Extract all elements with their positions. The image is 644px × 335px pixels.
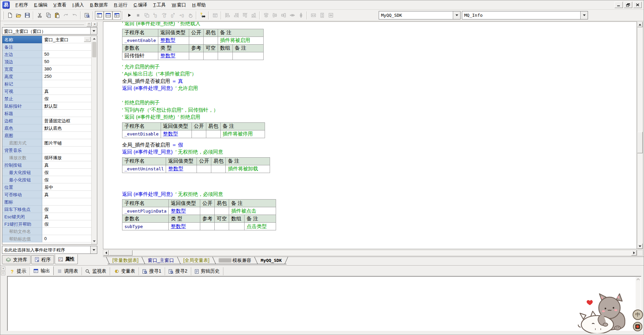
code-line[interactable]: ′ Api.输出日志（“本插件被启用”） xyxy=(122,70,633,77)
code-table-row[interactable]: subType整数型点击类型 xyxy=(122,223,276,230)
scroll-down-icon[interactable] xyxy=(92,238,97,244)
property-value[interactable]: ... xyxy=(42,110,91,117)
editor-tab-globals[interactable]: [全局变量表] xyxy=(179,257,214,264)
code-line[interactable] xyxy=(122,176,633,183)
property-row[interactable]: 帮助文件名 ... xyxy=(2,228,91,235)
property-row[interactable]: 帮助标志值 0... xyxy=(2,235,91,242)
object-selector-combo[interactable]: 窗口_主窗口（窗口） xyxy=(2,27,97,35)
property-value[interactable]: 假... xyxy=(42,95,91,102)
code-table-row[interactable]: _eventDisable整数型插件将被停用 xyxy=(122,130,265,138)
toolbar-grip[interactable] xyxy=(2,11,4,19)
property-row[interactable]: 鼠标指针 默认型... xyxy=(2,102,91,110)
code-line[interactable]: ′ 写到内存（“不想让你启用”，回传指针，） xyxy=(122,106,633,114)
panel-close-button[interactable]: × xyxy=(92,22,97,26)
code-line[interactable]: ′ 拒绝启用的例子 xyxy=(122,99,633,106)
panel-titlebar[interactable]: □ × xyxy=(1,21,98,27)
editor-tab-main-window[interactable]: 窗口_主窗口 xyxy=(143,257,179,264)
menu-item[interactable]: W.窗口 xyxy=(169,1,189,9)
tab-output[interactable]: 输出 xyxy=(30,266,54,275)
scrollbar-thumb[interactable] xyxy=(92,42,96,57)
open-file-icon[interactable] xyxy=(14,11,23,20)
property-row[interactable]: 可否移动 真... xyxy=(2,191,91,198)
menu-item[interactable]: C.编译 xyxy=(130,1,150,9)
property-value[interactable]: 0... xyxy=(42,235,91,242)
editor-tab-myqq-sdk[interactable]: MyQQ_SDK xyxy=(256,257,286,264)
minimize-button[interactable] xyxy=(614,2,623,8)
code-line[interactable] xyxy=(122,183,633,190)
save-icon[interactable] xyxy=(23,11,32,20)
property-value[interactable]: 真... xyxy=(42,213,91,220)
property-row[interactable]: 最大化按钮 假... xyxy=(2,169,91,176)
scroll-right-icon[interactable] xyxy=(631,250,637,256)
code-line[interactable]: 全局_插件是否被启用 ＝ 假 xyxy=(122,141,633,149)
restore-button[interactable] xyxy=(624,2,632,8)
event-handler-combo[interactable]: 在此处选择加入事件处理子程序 xyxy=(2,246,97,254)
property-value[interactable]: ... xyxy=(42,228,91,235)
chevron-down-icon[interactable] xyxy=(90,246,97,254)
code-table-row[interactable]: 子程序名返回值类型公开易包备 注 xyxy=(122,29,264,37)
tab-program[interactable]: 程序 xyxy=(31,255,54,264)
editor-tab-constants[interactable]: [常量数据表] xyxy=(108,257,143,264)
scroll-left-icon[interactable] xyxy=(103,250,109,256)
more-button[interactable]: ... xyxy=(84,37,91,42)
scroll-up-icon[interactable] xyxy=(637,22,643,27)
property-value[interactable]: ... xyxy=(42,43,91,51)
property-grid-scrollbar[interactable] xyxy=(91,36,97,244)
chevron-down-icon[interactable] xyxy=(453,11,460,19)
code-line[interactable]: 返回 (#事件处理_同意) ′ 无权拒绝，必须同意 xyxy=(122,190,633,198)
property-value[interactable]: ... xyxy=(42,198,91,206)
scroll-up-icon[interactable] xyxy=(92,36,97,42)
menu-item[interactable]: F.程序 xyxy=(12,1,31,9)
property-row[interactable]: 底图 ... xyxy=(2,132,91,139)
chevron-down-icon[interactable] xyxy=(90,27,97,34)
code-line[interactable]: ′ 允许启用的例子 xyxy=(122,63,633,70)
code-table-row[interactable]: _eventEnable整数型插件将被启用 xyxy=(122,37,264,44)
code-line[interactable]: 全局_插件是否被启用 ＝ 真 xyxy=(122,77,633,85)
property-value[interactable]: ... xyxy=(42,132,91,139)
tab-support-library[interactable]: 支持库 xyxy=(2,255,31,264)
property-row[interactable]: Esc键关闭 真... xyxy=(2,213,91,220)
property-value[interactable]: 窗口_主窗口... xyxy=(42,36,91,43)
scrollbar-thumb[interactable] xyxy=(109,250,132,256)
layout-grid-icon[interactable] xyxy=(112,11,121,20)
menu-item[interactable]: V.查看 xyxy=(50,1,69,9)
scrollbar-thumb[interactable] xyxy=(637,132,643,153)
dock-float-button[interactable]: □ xyxy=(1,271,5,275)
property-value[interactable]: 假... xyxy=(42,176,91,183)
tab-search-1[interactable]: 搜寻1 xyxy=(139,267,165,275)
copy-icon[interactable] xyxy=(44,11,53,20)
code-table-row[interactable]: 参数名类 型参考可空数组备 注 xyxy=(122,44,264,52)
property-row[interactable]: 底图方式 图片平铺... xyxy=(2,139,91,147)
property-value[interactable]: 循环播放... xyxy=(42,154,91,161)
code-table-row[interactable]: 子程序名返回值类型公开易包备 注 xyxy=(122,122,265,130)
menu-item[interactable]: R.运行 xyxy=(111,1,131,9)
property-value[interactable]: 假... xyxy=(42,169,91,176)
scroll-down-icon[interactable] xyxy=(637,243,643,249)
assembly-combo[interactable]: MyQQ_SDK xyxy=(379,11,461,19)
property-value[interactable]: 居中... xyxy=(42,183,91,191)
ime-indicator-button[interactable] xyxy=(633,322,642,331)
property-value[interactable]: 真... xyxy=(42,88,91,95)
property-row[interactable]: 禁止 假... xyxy=(2,95,91,102)
ime-language-button[interactable]: 中 xyxy=(633,310,643,320)
vertical-splitter[interactable] xyxy=(98,21,101,265)
property-value[interactable]: 默认型... xyxy=(42,102,91,110)
property-row[interactable]: 背景音乐 ... xyxy=(2,147,91,154)
property-row[interactable]: 播放次数 循环播放... xyxy=(2,154,91,161)
editor-vertical-scrollbar[interactable] xyxy=(637,21,643,249)
cut-icon[interactable] xyxy=(35,11,44,20)
scroll-up-icon[interactable] xyxy=(637,278,640,282)
close-button[interactable] xyxy=(633,2,642,8)
property-row[interactable]: 位置 居中... xyxy=(2,183,91,191)
paste-icon[interactable] xyxy=(53,11,61,20)
property-value[interactable]: 250... xyxy=(42,73,91,80)
new-file-icon[interactable] xyxy=(5,11,14,20)
menu-item[interactable]: B.数据库 xyxy=(87,1,111,9)
property-value[interactable]: 假... xyxy=(42,206,91,213)
property-value[interactable]: 图片平铺... xyxy=(42,139,91,147)
property-row[interactable]: 回车下移焦点 假... xyxy=(2,206,91,213)
property-row[interactable]: 最小化按钮 假... xyxy=(2,176,91,183)
dock-close-button[interactable]: × xyxy=(1,267,5,271)
layout-top-pane-icon[interactable] xyxy=(104,11,112,20)
code-line[interactable]: 返回 (#事件处理_同意) ′ 无权拒绝，必须同意 xyxy=(122,148,633,156)
